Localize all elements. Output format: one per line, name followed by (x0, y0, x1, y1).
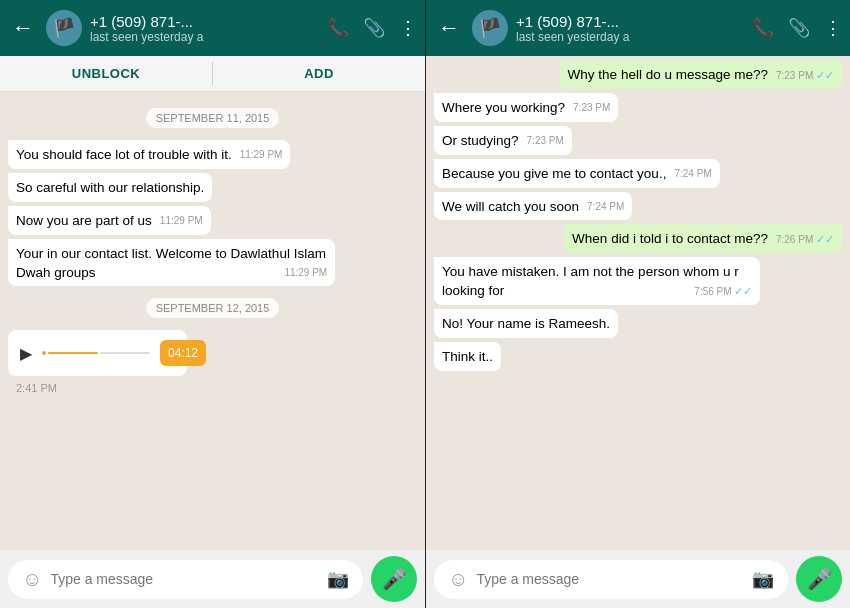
mic-button[interactable]: 🎤 (796, 556, 842, 602)
msg-received-10: No! Your name is Rameesh. (434, 309, 618, 338)
msg-text: When did i told i to contact me?? (572, 231, 768, 246)
msg-received-11: Think it.. (434, 342, 501, 371)
msg-received-6: Or studying? 7:23 PM (434, 126, 572, 155)
phone-icon[interactable]: 📞 (327, 17, 349, 39)
msg-received-5: Where you working? 7:23 PM (434, 93, 618, 122)
menu-icon[interactable]: ⋮ (399, 17, 417, 39)
msg-text: No! Your name is Rameesh. (442, 316, 610, 331)
msg-time: 7:23 PM (573, 101, 610, 115)
contact-status: last seen yesterday a (516, 30, 744, 44)
msg-tick: ✓✓ (816, 69, 834, 81)
waveform-played-bar (48, 352, 98, 354)
waveform (42, 343, 150, 363)
mic-icon: 🎤 (382, 567, 407, 591)
msg-tick: ✓✓ (816, 233, 834, 245)
msg-sent-2: When did i told i to contact me?? 7:26 P… (564, 224, 842, 253)
msg-time: 11:29 PM (284, 266, 327, 280)
phone-icon[interactable]: 📞 (752, 17, 774, 39)
msg-tick: ✓✓ (734, 285, 752, 297)
msg-time: 7:26 PM ✓✓ (776, 232, 834, 247)
camera-button[interactable]: 📷 (327, 568, 349, 590)
msg-received-2: So careful with our relationship. (8, 173, 212, 202)
back-button[interactable]: ← (434, 11, 464, 45)
msg-received-9: You have mistaken. I am not the person w… (434, 257, 760, 305)
right-input-wrapper: ☺ 📷 (434, 560, 788, 599)
header-icons: 📞 📎 ⋮ (327, 17, 417, 39)
header-icons: 📞 📎 ⋮ (752, 17, 842, 39)
message-input[interactable] (50, 571, 319, 587)
msg-text: Because you give me to contact you., (442, 166, 666, 181)
unblock-button[interactable]: UNBLOCK (0, 56, 212, 91)
msg-received-1: You should face lot of trouble with it. … (8, 140, 290, 169)
back-button[interactable]: ← (8, 11, 38, 45)
attachment-icon[interactable]: 📎 (788, 17, 810, 39)
contact-status: last seen yesterday a (90, 30, 319, 44)
msg-received-8: We will catch you soon 7:24 PM (434, 192, 632, 221)
menu-icon[interactable]: ⋮ (824, 17, 842, 39)
camera-button[interactable]: 📷 (752, 568, 774, 590)
play-button[interactable]: ▶ (20, 344, 32, 363)
voice-message: ▶ 04:12 (8, 330, 187, 376)
right-chat-body: Why the hell do u message me?? 7:23 PM ✓… (426, 56, 850, 550)
mic-button[interactable]: 🎤 (371, 556, 417, 602)
msg-time: 11:29 PM (240, 148, 283, 162)
left-input-bar: ☺ 📷 🎤 (0, 550, 425, 608)
msg-text: Where you working? (442, 100, 565, 115)
voice-duration-badge: 04:12 (160, 340, 206, 366)
contact-name[interactable]: +1 (509) 871-... (90, 13, 319, 30)
msg-text: Why the hell do u message me?? (568, 67, 768, 82)
left-input-wrapper: ☺ 📷 (8, 560, 363, 599)
left-chat-body: SEPTEMBER 11, 2015 You should face lot o… (0, 92, 425, 550)
contact-name[interactable]: +1 (509) 871-... (516, 13, 744, 30)
msg-text: We will catch you soon (442, 199, 579, 214)
avatar: 🏴 (472, 10, 508, 46)
msg-text: Your in our contact list. Welcome to Daw… (16, 246, 326, 280)
emoji-button[interactable]: ☺ (448, 568, 468, 591)
right-input-bar: ☺ 📷 🎤 (426, 550, 850, 608)
emoji-button[interactable]: ☺ (22, 568, 42, 591)
right-header: ← 🏴 +1 (509) 871-... last seen yesterday… (426, 0, 850, 56)
msg-received-3: Now you are part of us 11:29 PM (8, 206, 211, 235)
add-button[interactable]: ADD (213, 56, 425, 91)
msg-time: 7:56 PM ✓✓ (694, 284, 752, 299)
header-info: +1 (509) 871-... last seen yesterday a (516, 13, 744, 44)
date-badge-sep12: SEPTEMBER 12, 2015 (146, 298, 280, 318)
voice-timestamp: 2:41 PM (16, 382, 218, 394)
msg-time: 7:24 PM (587, 200, 624, 214)
waveform-progress (42, 351, 46, 355)
left-header: ← 🏴 +1 (509) 871-... last seen yesterday… (0, 0, 425, 56)
msg-text: Now you are part of us (16, 213, 152, 228)
msg-text: So careful with our relationship. (16, 180, 204, 195)
msg-text: You should face lot of trouble with it. (16, 147, 232, 162)
header-info: +1 (509) 871-... last seen yesterday a (90, 13, 319, 44)
left-panel: ← 🏴 +1 (509) 871-... last seen yesterday… (0, 0, 425, 608)
msg-received-7: Because you give me to contact you., 7:2… (434, 159, 720, 188)
avatar: 🏴 (46, 10, 82, 46)
msg-time: 7:24 PM (674, 167, 711, 181)
action-bar: UNBLOCK ADD (0, 56, 425, 92)
msg-received-4: Your in our contact list. Welcome to Daw… (8, 239, 335, 287)
msg-time: 7:23 PM (527, 134, 564, 148)
avatar-flag: 🏴 (53, 17, 75, 39)
msg-text: Or studying? (442, 133, 519, 148)
msg-text: Think it.. (442, 349, 493, 364)
message-input[interactable] (476, 571, 744, 587)
mic-icon: 🎤 (807, 567, 832, 591)
avatar-flag: 🏴 (479, 17, 501, 39)
msg-time: 7:23 PM ✓✓ (776, 68, 834, 83)
right-panel: ← 🏴 +1 (509) 871-... last seen yesterday… (425, 0, 850, 608)
waveform-remaining-bar (100, 352, 150, 354)
date-badge-sep11: SEPTEMBER 11, 2015 (146, 108, 280, 128)
msg-time: 11:29 PM (160, 214, 203, 228)
msg-sent-1: Why the hell do u message me?? 7:23 PM ✓… (560, 60, 842, 89)
attachment-icon[interactable]: 📎 (363, 17, 385, 39)
